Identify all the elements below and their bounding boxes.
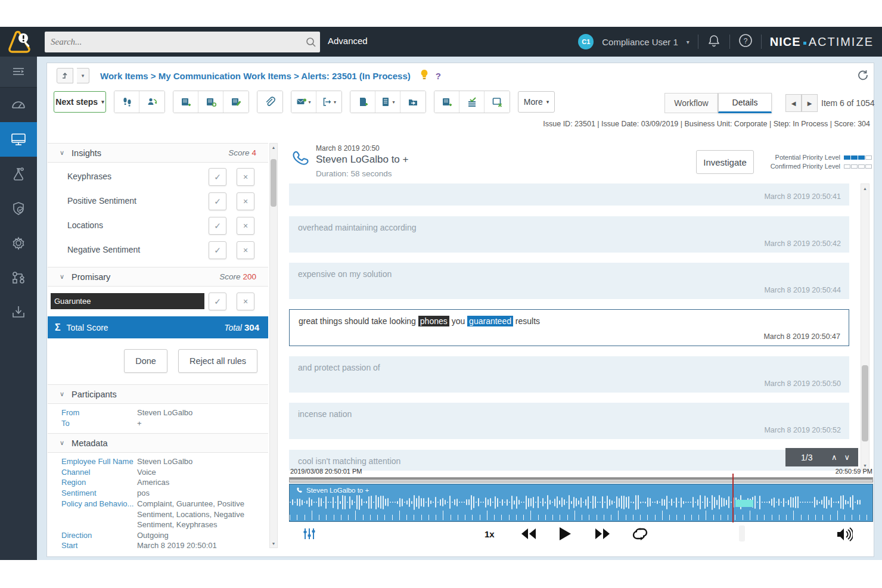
reject-rule-button[interactable]: × xyxy=(237,241,254,259)
waveform-panel[interactable]: Steven LoGalbo to + xyxy=(289,484,873,522)
next-steps-button[interactable]: Next steps▾ xyxy=(54,91,106,113)
transcript-row[interactable]: overhead maintaining according March 8 2… xyxy=(289,216,849,253)
refresh-icon[interactable] xyxy=(857,69,869,83)
transcript-scrollbar[interactable]: ▲ ▼ xyxy=(861,183,869,471)
scroll-down-icon[interactable]: ▼ xyxy=(861,463,869,468)
playback-speed[interactable]: 1x xyxy=(485,529,495,539)
nav-workstation-active[interactable] xyxy=(0,122,37,157)
rewind-icon[interactable] xyxy=(520,527,537,540)
insights-section-header[interactable]: ∨ Insights Score4 xyxy=(48,143,268,163)
tab-workflow[interactable]: Workflow xyxy=(664,93,718,113)
nav-analytics-lab[interactable] xyxy=(0,157,37,191)
collapse-icon[interactable]: ∨ xyxy=(60,439,64,447)
view-tabs: Workflow Details xyxy=(664,93,772,113)
audit-list-icon[interactable]: ▾ xyxy=(375,91,400,113)
back-options-caret[interactable]: ▾ xyxy=(77,68,89,83)
edit-annotation-icon[interactable] xyxy=(223,91,249,113)
rule-row-keyphrases: Keyphrases ✓ × xyxy=(48,165,268,189)
transcript-row[interactable]: and protect passion of March 8 2019 20:5… xyxy=(289,356,849,393)
breadcrumb[interactable]: Work Items > My Communication Work Items… xyxy=(100,71,411,81)
loop-icon[interactable] xyxy=(632,527,648,540)
add-form-icon[interactable] xyxy=(434,91,459,113)
player-scrub-bar[interactable] xyxy=(289,477,873,483)
match-prev-icon[interactable]: ∧ xyxy=(831,453,837,462)
collapse-icon[interactable]: ∨ xyxy=(60,273,64,281)
fast-forward-icon[interactable] xyxy=(594,527,611,540)
context-help-icon[interactable]: ? xyxy=(436,71,441,81)
scroll-up-icon[interactable]: ▲ xyxy=(861,186,869,191)
nav-policy-shield[interactable] xyxy=(0,191,37,226)
user-avatar[interactable]: C1 xyxy=(578,34,594,49)
reject-rule-button[interactable]: × xyxy=(237,168,254,186)
scroll-down-icon[interactable]: ▼ xyxy=(270,542,277,546)
issue-info-line: Issue ID: 23501 | Issue Date: 03/09/2019… xyxy=(543,120,870,128)
advanced-search-link[interactable]: Advanced xyxy=(328,36,368,46)
actimize-alert-logo[interactable] xyxy=(7,29,35,54)
prev-item-icon[interactable]: ◀ xyxy=(785,94,802,112)
keyword-highlight-dark[interactable]: phones xyxy=(418,316,449,326)
transcript-row[interactable]: March 8 2019 20:50:41 xyxy=(289,183,849,206)
search-input[interactable] xyxy=(45,37,302,47)
tab-details[interactable]: Details xyxy=(718,93,772,113)
close-item-icon[interactable] xyxy=(485,91,510,113)
export-icon[interactable]: ▾ xyxy=(316,91,341,113)
next-item-icon[interactable]: ▶ xyxy=(802,94,818,112)
transcript-row[interactable]: expensive on my solution March 8 2019 20… xyxy=(289,263,849,299)
reassign-icon[interactable] xyxy=(139,91,164,113)
nav-menu-toggle[interactable] xyxy=(0,57,37,88)
rule-actions: Done Reject all rules xyxy=(48,349,268,373)
play-icon[interactable] xyxy=(558,527,572,541)
nav-dashboard[interactable] xyxy=(0,88,37,122)
approve-rule-button[interactable]: ✓ xyxy=(209,168,226,186)
approve-rule-button[interactable]: ✓ xyxy=(209,241,226,259)
player-settings-icon[interactable] xyxy=(302,527,316,541)
keyword-highlight-blue[interactable]: guaranteed xyxy=(467,316,513,326)
user-menu-chevron-icon[interactable]: ▾ xyxy=(687,39,690,45)
reject-all-rules-button[interactable]: Reject all rules xyxy=(178,349,257,373)
guaruntee-highlight-chip[interactable]: Guaruntee xyxy=(51,293,204,309)
scrollbar-thumb[interactable] xyxy=(862,365,868,441)
nav-workflow-designer[interactable] xyxy=(0,260,37,295)
scroll-up-icon[interactable]: ▲ xyxy=(270,145,277,150)
transcript-row-active[interactable]: great things should take looking phones … xyxy=(289,309,849,346)
more-button[interactable]: More▾ xyxy=(518,91,555,113)
investigate-button[interactable]: Investigate xyxy=(696,150,754,174)
footprints-audit-icon[interactable] xyxy=(114,91,139,113)
transcript-row[interactable]: incense nation March 8 2019 20:50:52 xyxy=(289,403,849,439)
hint-bulb-icon[interactable] xyxy=(420,69,428,82)
match-next-icon[interactable]: ∨ xyxy=(844,453,850,462)
attachment-paperclip-icon[interactable] xyxy=(257,91,282,113)
approve-rule-button[interactable]: ✓ xyxy=(209,217,226,235)
back-up-button[interactable] xyxy=(57,68,73,83)
action-toolbar: Next steps▾ xyxy=(54,91,555,113)
scrollbar-thumb[interactable] xyxy=(271,159,277,207)
assign-document-icon[interactable] xyxy=(350,91,375,113)
reject-rule-button[interactable]: × xyxy=(237,293,254,310)
nav-downloads[interactable] xyxy=(0,295,37,329)
playhead-marker[interactable] xyxy=(732,474,734,522)
notifications-bell-icon[interactable] xyxy=(707,33,721,50)
approve-rule-button[interactable]: ✓ xyxy=(209,192,226,210)
search-icon[interactable] xyxy=(302,37,320,48)
hidden-volume-slider[interactable] xyxy=(739,525,745,542)
approve-checklist-icon[interactable] xyxy=(459,91,485,113)
reject-rule-button[interactable]: × xyxy=(237,192,254,210)
metadata-section-header[interactable]: ∨ Metadata xyxy=(48,433,268,453)
user-menu[interactable]: Compliance User 1 xyxy=(602,37,678,47)
collapse-icon[interactable]: ∨ xyxy=(60,390,64,398)
rules-scrollbar[interactable]: ▲ ▼ xyxy=(269,143,278,548)
collapse-icon[interactable]: ∨ xyxy=(60,149,64,157)
move-folder-icon[interactable] xyxy=(400,91,426,113)
done-button[interactable]: Done xyxy=(124,349,167,373)
view-annotation-icon[interactable] xyxy=(198,91,223,113)
help-icon[interactable]: ? xyxy=(738,33,753,50)
approve-rule-button[interactable]: ✓ xyxy=(209,293,226,310)
transcript-row[interactable]: cool isn't matching attention xyxy=(289,450,849,471)
volume-icon[interactable] xyxy=(836,527,853,542)
promisary-section-header[interactable]: ∨ Promisary Score200 xyxy=(48,267,268,287)
nav-settings[interactable] xyxy=(0,226,37,260)
send-message-icon[interactable]: ▾ xyxy=(291,91,316,113)
participants-section-header[interactable]: ∨ Participants xyxy=(48,384,268,404)
reject-rule-button[interactable]: × xyxy=(237,217,254,235)
add-annotation-icon[interactable] xyxy=(173,91,198,113)
